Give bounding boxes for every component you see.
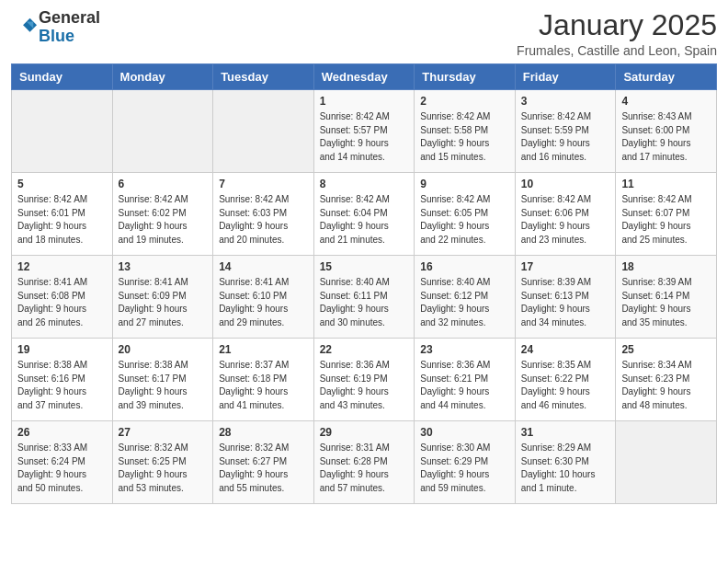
weekday-header-friday: Friday bbox=[515, 64, 616, 90]
week-row-1: 5Sunrise: 8:42 AM Sunset: 6:01 PM Daylig… bbox=[12, 173, 717, 256]
weekday-header-saturday: Saturday bbox=[616, 64, 717, 90]
day-info: Sunrise: 8:42 AM Sunset: 6:03 PM Dayligh… bbox=[219, 193, 308, 247]
day-number: 23 bbox=[420, 343, 509, 356]
day-info: Sunrise: 8:41 AM Sunset: 6:09 PM Dayligh… bbox=[119, 276, 208, 329]
day-cell: 29Sunrise: 8:31 AM Sunset: 6:28 PM Dayli… bbox=[313, 421, 415, 504]
day-cell: 31Sunrise: 8:29 AM Sunset: 6:30 PM Dayli… bbox=[515, 421, 616, 504]
day-info: Sunrise: 8:40 AM Sunset: 6:12 PM Dayligh… bbox=[420, 276, 509, 329]
day-cell: 22Sunrise: 8:36 AM Sunset: 6:19 PM Dayli… bbox=[313, 339, 415, 421]
day-info: Sunrise: 8:42 AM Sunset: 6:02 PM Dayligh… bbox=[119, 193, 208, 247]
day-info: Sunrise: 8:42 AM Sunset: 5:57 PM Dayligh… bbox=[320, 110, 409, 164]
day-number: 22 bbox=[320, 343, 409, 356]
day-info: Sunrise: 8:41 AM Sunset: 6:08 PM Dayligh… bbox=[17, 276, 107, 329]
weekday-header-thursday: Thursday bbox=[415, 64, 516, 90]
weekday-header-wednesday: Wednesday bbox=[313, 64, 415, 90]
day-number: 9 bbox=[420, 178, 509, 190]
day-cell: 15Sunrise: 8:40 AM Sunset: 6:11 PM Dayli… bbox=[313, 256, 415, 339]
day-number: 24 bbox=[521, 343, 610, 356]
day-number: 5 bbox=[17, 178, 107, 190]
day-number: 20 bbox=[119, 343, 208, 356]
week-row-0: 1Sunrise: 8:42 AM Sunset: 5:57 PM Daylig… bbox=[12, 90, 717, 173]
day-info: Sunrise: 8:32 AM Sunset: 6:27 PM Dayligh… bbox=[219, 442, 308, 495]
day-number: 28 bbox=[219, 426, 308, 439]
day-number: 8 bbox=[320, 178, 409, 190]
title-block: January 2025 Frumales, Castille and Leon… bbox=[517, 9, 717, 58]
day-info: Sunrise: 8:40 AM Sunset: 6:11 PM Dayligh… bbox=[320, 276, 409, 329]
day-cell: 7Sunrise: 8:42 AM Sunset: 6:03 PM Daylig… bbox=[213, 173, 314, 256]
day-number: 16 bbox=[420, 260, 509, 273]
day-number: 30 bbox=[420, 426, 509, 439]
day-cell: 27Sunrise: 8:32 AM Sunset: 6:25 PM Dayli… bbox=[112, 421, 213, 504]
day-cell bbox=[112, 90, 213, 173]
week-row-2: 12Sunrise: 8:41 AM Sunset: 6:08 PM Dayli… bbox=[12, 256, 717, 339]
day-cell: 30Sunrise: 8:30 AM Sunset: 6:29 PM Dayli… bbox=[415, 421, 516, 504]
calendar: SundayMondayTuesdayWednesdayThursdayFrid… bbox=[11, 63, 717, 504]
day-number: 2 bbox=[420, 95, 509, 108]
day-number: 31 bbox=[521, 426, 610, 439]
day-info: Sunrise: 8:42 AM Sunset: 5:59 PM Dayligh… bbox=[521, 110, 610, 164]
day-cell: 20Sunrise: 8:38 AM Sunset: 6:17 PM Dayli… bbox=[112, 339, 213, 421]
location: Frumales, Castille and Leon, Spain bbox=[517, 43, 717, 58]
header: General Blue January 2025 Frumales, Cast… bbox=[11, 9, 717, 58]
day-number: 15 bbox=[320, 260, 409, 273]
day-number: 17 bbox=[521, 260, 610, 273]
logo-icon bbox=[11, 15, 37, 40]
day-cell: 2Sunrise: 8:42 AM Sunset: 5:58 PM Daylig… bbox=[415, 90, 516, 173]
day-cell: 25Sunrise: 8:34 AM Sunset: 6:23 PM Dayli… bbox=[616, 339, 717, 421]
day-info: Sunrise: 8:35 AM Sunset: 6:22 PM Dayligh… bbox=[521, 359, 610, 412]
day-info: Sunrise: 8:36 AM Sunset: 6:21 PM Dayligh… bbox=[420, 359, 509, 412]
weekday-header-row: SundayMondayTuesdayWednesdayThursdayFrid… bbox=[12, 64, 717, 90]
day-info: Sunrise: 8:39 AM Sunset: 6:13 PM Dayligh… bbox=[521, 276, 610, 329]
weekday-header-tuesday: Tuesday bbox=[213, 64, 314, 90]
day-info: Sunrise: 8:42 AM Sunset: 6:07 PM Dayligh… bbox=[621, 193, 711, 247]
day-cell: 6Sunrise: 8:42 AM Sunset: 6:02 PM Daylig… bbox=[112, 173, 213, 256]
logo-blue: Blue bbox=[39, 28, 100, 46]
day-cell: 9Sunrise: 8:42 AM Sunset: 6:05 PM Daylig… bbox=[415, 173, 516, 256]
day-cell: 13Sunrise: 8:41 AM Sunset: 6:09 PM Dayli… bbox=[112, 256, 213, 339]
day-info: Sunrise: 8:33 AM Sunset: 6:24 PM Dayligh… bbox=[17, 442, 107, 495]
day-number: 6 bbox=[119, 178, 208, 190]
day-cell: 28Sunrise: 8:32 AM Sunset: 6:27 PM Dayli… bbox=[213, 421, 314, 504]
day-info: Sunrise: 8:31 AM Sunset: 6:28 PM Dayligh… bbox=[320, 442, 409, 495]
day-cell bbox=[616, 421, 717, 504]
day-cell: 23Sunrise: 8:36 AM Sunset: 6:21 PM Dayli… bbox=[415, 339, 516, 421]
day-cell: 17Sunrise: 8:39 AM Sunset: 6:13 PM Dayli… bbox=[515, 256, 616, 339]
day-number: 4 bbox=[621, 95, 711, 108]
day-number: 19 bbox=[17, 343, 107, 356]
day-info: Sunrise: 8:38 AM Sunset: 6:17 PM Dayligh… bbox=[119, 359, 208, 412]
day-info: Sunrise: 8:37 AM Sunset: 6:18 PM Dayligh… bbox=[219, 359, 308, 412]
day-info: Sunrise: 8:38 AM Sunset: 6:16 PM Dayligh… bbox=[17, 359, 107, 412]
day-number: 3 bbox=[521, 95, 610, 108]
logo: General Blue bbox=[11, 9, 100, 46]
day-number: 29 bbox=[320, 426, 409, 439]
day-info: Sunrise: 8:42 AM Sunset: 6:05 PM Dayligh… bbox=[420, 193, 509, 247]
day-cell: 5Sunrise: 8:42 AM Sunset: 6:01 PM Daylig… bbox=[12, 173, 113, 256]
day-number: 12 bbox=[17, 260, 107, 273]
day-info: Sunrise: 8:42 AM Sunset: 6:01 PM Dayligh… bbox=[17, 193, 107, 247]
day-info: Sunrise: 8:42 AM Sunset: 5:58 PM Dayligh… bbox=[420, 110, 509, 164]
day-number: 11 bbox=[621, 178, 711, 190]
day-cell: 11Sunrise: 8:42 AM Sunset: 6:07 PM Dayli… bbox=[616, 173, 717, 256]
day-number: 26 bbox=[17, 426, 107, 439]
day-cell bbox=[12, 90, 113, 173]
day-cell: 1Sunrise: 8:42 AM Sunset: 5:57 PM Daylig… bbox=[313, 90, 415, 173]
day-number: 14 bbox=[219, 260, 308, 273]
day-cell: 3Sunrise: 8:42 AM Sunset: 5:59 PM Daylig… bbox=[515, 90, 616, 173]
week-row-3: 19Sunrise: 8:38 AM Sunset: 6:16 PM Dayli… bbox=[12, 339, 717, 421]
day-info: Sunrise: 8:36 AM Sunset: 6:19 PM Dayligh… bbox=[320, 359, 409, 412]
week-row-4: 26Sunrise: 8:33 AM Sunset: 6:24 PM Dayli… bbox=[12, 421, 717, 504]
day-cell: 26Sunrise: 8:33 AM Sunset: 6:24 PM Dayli… bbox=[12, 421, 113, 504]
day-info: Sunrise: 8:39 AM Sunset: 6:14 PM Dayligh… bbox=[621, 276, 711, 329]
day-cell: 18Sunrise: 8:39 AM Sunset: 6:14 PM Dayli… bbox=[616, 256, 717, 339]
day-info: Sunrise: 8:32 AM Sunset: 6:25 PM Dayligh… bbox=[119, 442, 208, 495]
day-cell: 12Sunrise: 8:41 AM Sunset: 6:08 PM Dayli… bbox=[12, 256, 113, 339]
page: General Blue January 2025 Frumales, Cast… bbox=[0, 0, 728, 515]
month-title: January 2025 bbox=[517, 9, 717, 41]
day-info: Sunrise: 8:43 AM Sunset: 6:00 PM Dayligh… bbox=[621, 110, 711, 164]
day-info: Sunrise: 8:29 AM Sunset: 6:30 PM Dayligh… bbox=[521, 442, 610, 495]
day-number: 18 bbox=[621, 260, 711, 273]
day-number: 25 bbox=[621, 343, 711, 356]
day-cell: 4Sunrise: 8:43 AM Sunset: 6:00 PM Daylig… bbox=[616, 90, 717, 173]
day-cell: 16Sunrise: 8:40 AM Sunset: 6:12 PM Dayli… bbox=[415, 256, 516, 339]
weekday-header-monday: Monday bbox=[112, 64, 213, 90]
